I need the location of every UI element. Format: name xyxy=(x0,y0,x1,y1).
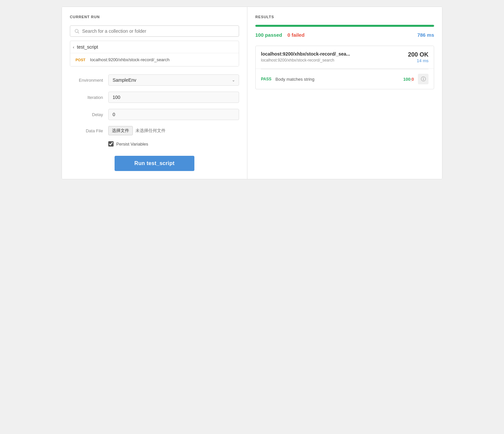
status-time: 14 ms xyxy=(408,58,428,63)
run-button[interactable]: Run test_script xyxy=(115,156,194,171)
test-result-row: PASS Body matches string 100|0 ⓘ xyxy=(256,69,434,89)
progress-bar-container xyxy=(255,25,434,27)
result-status-block: 200 OK 14 ms xyxy=(408,51,428,63)
stats-row: 100 passed 0 failed 786 ms xyxy=(255,32,434,38)
delay-row: Delay xyxy=(70,109,239,120)
request-url: localhost:9200/xhbx/stock-record/_search xyxy=(90,57,170,62)
collection-item[interactable]: ‹ test_script xyxy=(70,41,239,53)
collection-name: test_script xyxy=(77,44,98,50)
pass-badge: PASS xyxy=(261,77,272,81)
info-button[interactable]: ⓘ xyxy=(418,74,428,84)
persist-variables-label: Persist Variables xyxy=(116,142,148,147)
choose-file-button[interactable]: 选择文件 xyxy=(108,126,133,135)
run-button-wrapper: Run test_script xyxy=(70,156,239,171)
environment-select[interactable]: SampleEnv Production Development xyxy=(108,74,239,86)
status-code: 200 OK xyxy=(408,51,428,58)
delay-input[interactable] xyxy=(108,109,239,120)
progress-bar-fill xyxy=(255,25,434,27)
search-box[interactable] xyxy=(70,25,239,37)
environment-label: Environment xyxy=(70,78,103,83)
search-icon xyxy=(74,28,79,34)
count-failed: 0 xyxy=(412,77,414,82)
right-panel: RESULTS 100 passed 0 failed 786 ms local… xyxy=(247,7,442,179)
count-passed: 100 xyxy=(403,77,411,82)
svg-point-0 xyxy=(75,29,78,32)
persist-variables-checkbox[interactable] xyxy=(108,141,114,147)
iteration-label: Iteration xyxy=(70,95,103,100)
data-file-row: Data File 选择文件 未选择任何文件 xyxy=(70,126,239,135)
main-container: CURRENT RUN ‹ test_script POST localhost… xyxy=(62,7,442,179)
search-input[interactable] xyxy=(82,28,235,34)
result-url-secondary: localhost:9200/xhbx/stock-record/_search xyxy=(261,58,408,63)
request-row[interactable]: POST localhost:9200/xhbx/stock-record/_s… xyxy=(70,53,239,66)
persist-variables-row: Persist Variables xyxy=(70,141,239,147)
result-header: localhost:9200/xhbx/stock-record/_sea...… xyxy=(256,46,434,69)
test-counts: 100|0 xyxy=(403,77,414,82)
environment-select-wrapper[interactable]: SampleEnv Production Development ⌄ xyxy=(108,74,239,86)
method-badge: POST xyxy=(76,58,87,62)
result-url-primary: localhost:9200/xhbx/stock-record/_sea... xyxy=(261,51,408,57)
data-file-label: Data File xyxy=(70,128,103,133)
iteration-row: Iteration xyxy=(70,92,239,103)
result-card: localhost:9200/xhbx/stock-record/_sea...… xyxy=(255,46,434,89)
delay-label: Delay xyxy=(70,112,103,117)
no-file-text: 未选择任何文件 xyxy=(135,128,166,134)
failed-count: 0 failed xyxy=(287,32,305,38)
environment-row: Environment SampleEnv Production Develop… xyxy=(70,74,239,86)
test-name: Body matches string xyxy=(276,77,403,82)
total-time: 786 ms xyxy=(417,32,434,38)
left-panel: CURRENT RUN ‹ test_script POST localhost… xyxy=(62,7,247,179)
current-run-title: CURRENT RUN xyxy=(70,15,239,19)
iteration-input[interactable] xyxy=(108,92,239,103)
results-title: RESULTS xyxy=(255,15,434,19)
svg-line-1 xyxy=(78,32,79,33)
result-url-block: localhost:9200/xhbx/stock-record/_sea...… xyxy=(261,51,408,63)
requests-area: ‹ test_script POST localhost:9200/xhbx/s… xyxy=(70,41,239,66)
chevron-left-icon: ‹ xyxy=(73,45,74,50)
passed-count: 100 passed xyxy=(255,32,282,38)
